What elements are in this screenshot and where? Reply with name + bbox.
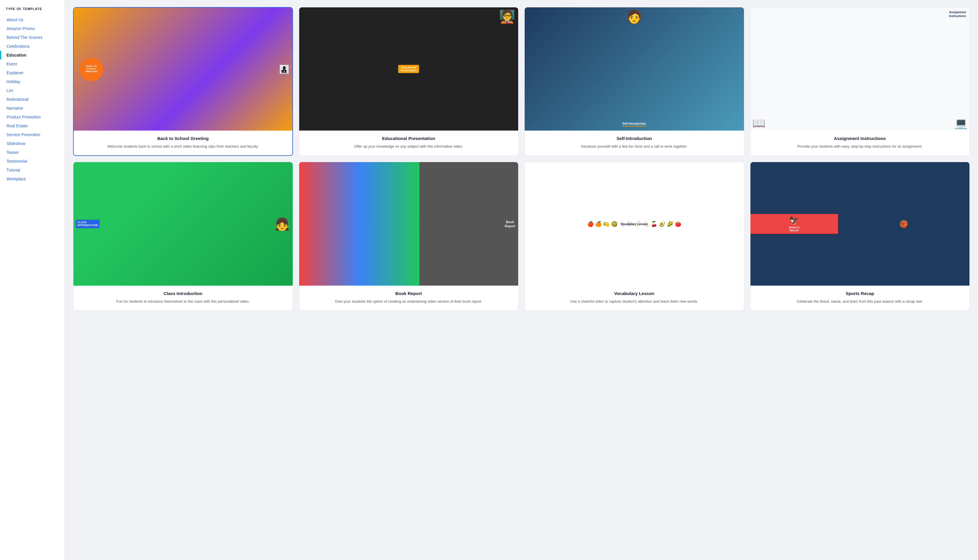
assignment-book-icon: 📖 (752, 117, 765, 129)
sidebar-item-celebrations[interactable]: Celebrations (0, 42, 65, 51)
sports-left-panel: 🦅 SPORTSRECAP (750, 214, 838, 234)
card-class-introduction[interactable]: CLASSINTRODUCTION 👧 Class Introduction F… (73, 162, 293, 311)
sidebar-header: TYPE OF TEMPLATE (0, 7, 65, 15)
card-desc-self-intro: Introduce yourself with a few fun facts … (530, 144, 739, 150)
card-body-book-report: Book Report Give your students the optio… (299, 286, 518, 310)
card-desc-back-to-school: Welcome students back to school with a s… (78, 144, 288, 150)
book-report-title: BookReport (505, 220, 515, 228)
thumbnail-assignment: AssignmentInstructions 📖 💻 (750, 7, 970, 130)
card-body-educational: Educational Presentation Offer up your k… (299, 130, 518, 155)
thumbnail-book-report: BookReport (299, 162, 518, 285)
card-title-class-intro: Class Introduction (78, 291, 288, 296)
card-title-back-to-school: Back to School Greeting (78, 136, 288, 141)
sidebar-item-holiday[interactable]: Holiday (0, 77, 65, 86)
sidebar: TYPE OF TEMPLATE About UsAmazon PromoBeh… (0, 0, 65, 560)
sidebar-item-list[interactable]: List (0, 86, 65, 95)
card-back-to-school[interactable]: BACK TOSCHOOLGREETING 👩‍👧‍👦 Back to Scho… (73, 7, 293, 156)
card-body-class-intro: Class Introduction Fun for students to i… (73, 286, 293, 310)
sidebar-item-slideshow[interactable]: Slideshow (0, 139, 65, 148)
card-sports-recap[interactable]: 🦅 SPORTSRECAP 🏀 Sports Recap Celebrate t… (750, 162, 970, 311)
template-grid-row2: CLASSINTRODUCTION 👧 Class Introduction F… (73, 162, 970, 311)
card-title-vocabulary: Vocabulary Lesson (530, 291, 739, 296)
card-desc-class-intro: Fun for students to introduce themselves… (78, 299, 288, 305)
card-assignment-instructions[interactable]: AssignmentInstructions 📖 💻 Assignment In… (750, 7, 970, 156)
sports-right-panel: 🏀 (838, 220, 970, 228)
self-intro-person-icon: 🧑 (626, 9, 642, 24)
card-desc-assignment: Provide your students with easy, step-by… (755, 144, 965, 150)
book-report-books (299, 162, 420, 285)
back-to-school-people-icon: 👩‍👧‍👦 (279, 64, 290, 74)
sidebar-item-event[interactable]: Event (0, 60, 65, 68)
card-title-self-intro: Self-Introduction (530, 136, 739, 141)
sidebar-item-tutorial[interactable]: Tutorial (0, 166, 65, 175)
card-body-sports-recap: Sports Recap Celebrate the blood, sweat,… (750, 286, 970, 310)
sidebar-item-real-estate[interactable]: Real Estate (0, 122, 65, 130)
thumbnail-educational: 🧑‍🏫 EducationalPresentation (299, 7, 518, 130)
sports-text: SPORTSRECAP (789, 226, 800, 232)
card-book-report[interactable]: BookReport Book Report Give your student… (299, 162, 519, 311)
card-desc-educational: Offer up your knowledge on any subject w… (304, 144, 514, 150)
educational-person-icon: 🧑‍🏫 (499, 9, 515, 24)
card-title-sports-recap: Sports Recap (755, 291, 965, 296)
back-to-school-circle: BACK TOSCHOOLGREETING (80, 57, 103, 81)
assignment-title: AssignmentInstructions (949, 10, 966, 18)
sidebar-item-teaser[interactable]: Teaser (0, 148, 65, 157)
card-vocabulary-lesson[interactable]: 🍎 🍊 🍋 🥝 🍇 🫐 🥭 🍓 🍒 🥑 🌽 🍅 Vocabulary Lesso… (524, 162, 744, 311)
sidebar-item-service-promotion[interactable]: Service Promotion (0, 130, 65, 139)
class-intro-badge: CLASSINTRODUCTION (76, 220, 100, 228)
class-intro-child-icon: 👧 (275, 217, 290, 231)
card-desc-sports-recap: Celebrate the blood, sweat, and tears fr… (755, 299, 965, 305)
card-title-assignment: Assignment Instructions (755, 136, 965, 141)
sidebar-item-education[interactable]: Education (0, 51, 65, 60)
assignment-laptop-icon: 💻 (955, 117, 968, 129)
thumbnail-back-to-school: BACK TOSCHOOLGREETING 👩‍👧‍👦 (74, 8, 292, 130)
sidebar-item-motivational[interactable]: Motivational (0, 95, 65, 104)
thumbnail-sports-recap: 🦅 SPORTSRECAP 🏀 (750, 162, 970, 285)
thumbnail-self-intro: 🧑 Self-Introduction (525, 7, 744, 130)
sidebar-item-workplace[interactable]: Workplace (0, 175, 65, 183)
sidebar-item-about-us[interactable]: About Us (0, 15, 65, 24)
sidebar-item-product-promotion[interactable]: Product Promotion (0, 113, 65, 122)
template-grid-row1: BACK TOSCHOOLGREETING 👩‍👧‍👦 Back to Scho… (73, 7, 970, 156)
card-self-introduction[interactable]: 🧑 Self-Introduction Self-Introduction In… (524, 7, 744, 156)
sidebar-item-testimonial[interactable]: Testimonial (0, 157, 65, 166)
card-title-educational: Educational Presentation (304, 136, 514, 141)
card-body-back-to-school: Back to School Greeting Welcome students… (74, 130, 292, 155)
card-title-book-report: Book Report (304, 291, 514, 296)
self-intro-label: Self-Introduction (623, 122, 646, 127)
sidebar-item-narrative[interactable]: Narrative (0, 104, 65, 113)
sidebar-item-behind-the-scenes[interactable]: Behind The Scenes (0, 33, 65, 42)
thumbnail-class-intro: CLASSINTRODUCTION 👧 (73, 162, 293, 285)
main-content: BACK TOSCHOOLGREETING 👩‍👧‍👦 Back to Scho… (65, 0, 978, 560)
card-body-self-intro: Self-Introduction Introduce yourself wit… (525, 130, 744, 155)
thumbnail-vocabulary: 🍎 🍊 🍋 🥝 🍇 🫐 🥭 🍓 🍒 🥑 🌽 🍅 Vocabulary Lesso… (525, 162, 744, 285)
sidebar-item-amazon-promo[interactable]: Amazon Promo (0, 24, 65, 33)
card-desc-book-report: Give your students the option of creatin… (304, 299, 514, 305)
card-body-vocabulary: Vocabulary Lesson Use a cheerful video t… (525, 286, 744, 310)
card-desc-vocabulary: Use a cheerful video to capture student'… (530, 299, 739, 305)
card-educational-presentation[interactable]: 🧑‍🏫 EducationalPresentation Educational … (299, 7, 519, 156)
sidebar-item-explainer[interactable]: Explainer (0, 68, 65, 77)
card-body-assignment: Assignment Instructions Provide your stu… (750, 130, 970, 155)
educational-badge: EducationalPresentation (398, 65, 419, 73)
vocabulary-label: Vocabulary Lesson (618, 221, 650, 227)
sports-bird-icon: 🦅 (789, 216, 800, 225)
